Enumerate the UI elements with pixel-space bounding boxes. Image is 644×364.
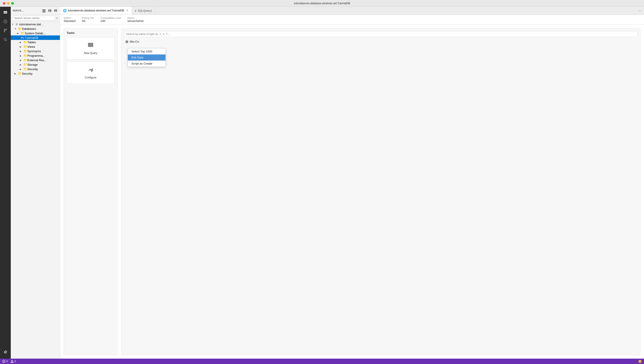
maximize-button[interactable] — [11, 2, 14, 5]
folder-icon: 📁 — [23, 40, 27, 44]
sidebar-item-programmability[interactable]: ▶ 📁 Programma... — [11, 53, 60, 58]
sidebar-item-databases[interactable]: ▼ 📁 Databases — [11, 26, 60, 31]
search-bar: ✕ — [11, 14, 60, 22]
tab-overflow-icon[interactable]: ··· — [636, 7, 644, 14]
context-menu-script-as-create[interactable]: Script as Create — [128, 60, 166, 66]
folder-icon: 📁 — [23, 54, 27, 58]
svg-point-8 — [4, 38, 6, 40]
add-server-icon[interactable] — [47, 8, 52, 13]
folder-icon: 📁 — [23, 45, 27, 48]
new-query-label: New Query — [84, 52, 97, 55]
sidebar-label-tutorialdb: TutorialDB — [25, 36, 38, 40]
svg-rect-13 — [49, 10, 51, 10]
tasks-panel-title: Tasks — [67, 31, 115, 34]
sidebar-item-external-res[interactable]: ▶ 📁 External Res... — [11, 58, 60, 62]
new-query-icon — [88, 42, 94, 50]
chevron-right-icon: ▶ — [20, 41, 23, 44]
svg-point-2 — [6, 12, 7, 12]
owner-value: serverAdmin — [127, 19, 144, 23]
new-connection-icon[interactable] — [42, 8, 47, 13]
tab-tutorialdb-label: tutorialserver.database.windows.net:Tuto… — [68, 9, 124, 12]
table-search-input[interactable] — [124, 31, 637, 37]
chevron-right-icon: ▶ — [20, 64, 23, 66]
sidebar-header: SERVE... — [11, 7, 60, 14]
context-menu-select-top[interactable]: Select Top 1000 — [128, 48, 166, 54]
context-menu-edit-data[interactable]: Edit Data — [128, 54, 166, 60]
folder-icon: 📁 — [21, 32, 25, 35]
sidebar-item-views[interactable]: ▶ 📁 Views — [11, 44, 60, 49]
search-close-icon[interactable]: ✕ — [56, 16, 58, 20]
status-smiley[interactable]: 😊 — [638, 360, 642, 363]
search-input[interactable] — [13, 16, 55, 20]
svg-rect-17 — [54, 10, 57, 10]
new-query-card[interactable]: New Query — [67, 37, 115, 60]
db-owner-item: Owner serverAdmin — [127, 16, 144, 23]
activity-git-icon[interactable] — [1, 26, 10, 34]
sidebar-item-root-server[interactable]: ▼ 🖥 tutorialserver.dat... — [11, 22, 60, 26]
svg-rect-18 — [54, 11, 57, 12]
sidebar-item-tutorialdb[interactable]: ▼ 🗃 TutorialDB — [11, 36, 60, 40]
folder-icon: 📁 — [23, 49, 27, 53]
table-icon: ▦ — [125, 40, 128, 43]
svg-rect-21 — [88, 46, 93, 47]
sidebar-item-tables[interactable]: ▶ 📁 Tables — [11, 40, 60, 44]
folder-icon: 📁 — [23, 58, 27, 62]
svg-point-6 — [4, 31, 5, 32]
sidebar-item-synonyms[interactable]: ▶ 📁 Synonyms — [11, 49, 60, 53]
svg-line-9 — [6, 40, 7, 41]
folder-icon: 📁 — [23, 63, 27, 66]
chevron-right-icon: ▶ — [20, 68, 23, 70]
pricing-value: S0 — [82, 19, 94, 23]
window-title: tutorialserver.database.windows.net:Tuto… — [294, 2, 350, 5]
sidebar-label-synonyms: Synonyms — [27, 50, 41, 53]
sidebar-item-system-db[interactable]: ▶ 📁 System Datab... — [11, 31, 60, 36]
sidebar-item-security-outer[interactable]: ▶ 📁 Security — [11, 71, 60, 76]
sidebar-item-security-inner[interactable]: ▶ 📁 Security — [11, 67, 60, 71]
tab-sqlquery1[interactable]: ≡ SQLQuery1 — [132, 7, 155, 14]
table-list-panel: ▦ dbo.Cu Select Top 1000 Edit Data Scrip… — [121, 28, 640, 355]
status-warnings[interactable]: 0 — [11, 360, 16, 363]
main-content: 🌐 tutorialserver.database.windows.net:Tu… — [60, 7, 644, 358]
tab-close-icon[interactable]: ✕ — [125, 9, 129, 12]
svg-rect-12 — [42, 12, 46, 12]
content-area: Tasks New Query — [60, 25, 644, 358]
sidebar-label-system-db: System Datab... — [25, 32, 45, 35]
minimize-button[interactable] — [7, 2, 10, 5]
edition-value: Standard — [64, 19, 76, 23]
configure-label: Configure — [85, 76, 97, 79]
pricing-label: Pricing Tier — [82, 16, 94, 19]
more-icon[interactable] — [53, 8, 58, 13]
db-pricing-item: Pricing Tier S0 — [82, 16, 94, 23]
table-row-container: ▦ dbo.Cu Select Top 1000 Edit Data Scrip… — [124, 39, 637, 44]
sidebar: SERVE... ✕ ▼ 🖥 tutorialse — [11, 7, 60, 358]
close-button[interactable] — [3, 2, 6, 5]
tab-tutorialdb[interactable]: 🌐 tutorialserver.database.windows.net:Tu… — [60, 7, 132, 14]
sql-icon: ≡ — [135, 9, 136, 12]
chevron-down-icon: ▼ — [17, 36, 21, 39]
chevron-right-icon: ▶ — [20, 54, 23, 57]
activity-search-icon[interactable] — [1, 36, 10, 44]
chevron-down-icon: ▼ — [12, 23, 15, 26]
status-bar: 0 0 😊 — [0, 358, 644, 364]
svg-point-5 — [4, 29, 5, 30]
activity-server-icon[interactable] — [1, 8, 10, 16]
svg-point-29 — [12, 362, 12, 362]
sidebar-label-root-server: tutorialserver.dat... — [19, 23, 43, 26]
activity-clock-icon[interactable] — [1, 18, 10, 26]
warning-count: 0 — [15, 360, 16, 363]
tree-view: ▼ 🖥 tutorialserver.dat... ▼ 📁 Databases … — [11, 22, 60, 358]
status-errors[interactable]: 0 — [2, 360, 8, 363]
svg-rect-10 — [42, 10, 46, 10]
sidebar-item-storage[interactable]: ▶ 📁 Storage — [11, 62, 60, 67]
owner-label: Owner — [127, 16, 144, 19]
settings-icon[interactable] — [1, 348, 10, 356]
configure-card[interactable]: Configure — [67, 62, 115, 84]
table-row-item[interactable]: ▦ dbo.Cu — [124, 39, 637, 44]
svg-rect-11 — [42, 10, 46, 11]
tab-sqlquery1-label: SQLQuery1 — [138, 9, 152, 12]
traffic-lights — [3, 2, 14, 5]
folder-icon: 📁 — [18, 72, 22, 75]
chevron-right-icon: ▶ — [20, 59, 23, 62]
svg-point-3 — [6, 13, 7, 13]
sidebar-label-tables: Tables — [27, 40, 36, 44]
